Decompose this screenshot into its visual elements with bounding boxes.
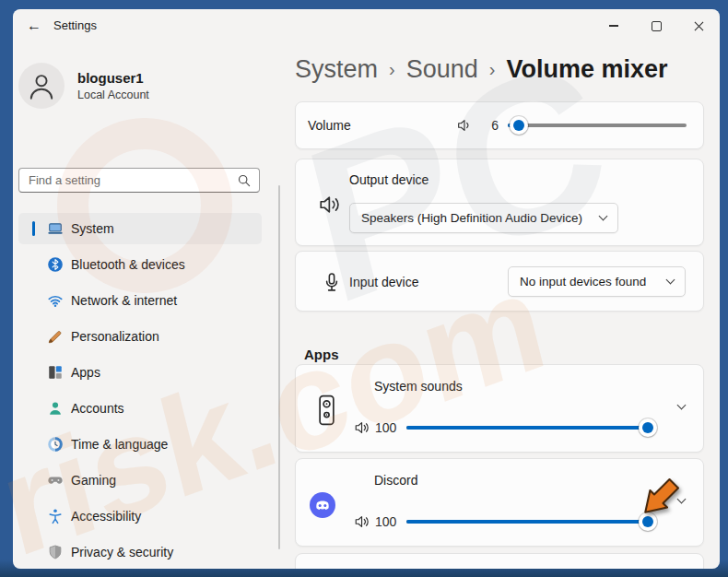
sidebar-item-gaming[interactable]: Gaming (18, 465, 262, 496)
user-account[interactable]: bloguser1 Local Account (18, 63, 149, 109)
slider-track[interactable] (508, 124, 687, 127)
sidebar-item-label: Network & internet (71, 293, 177, 308)
laptop-icon (47, 220, 64, 237)
sidebar-item-label: Accounts (71, 401, 124, 416)
gamepad-icon (47, 472, 64, 489)
apps-section-title: Apps (304, 347, 339, 362)
output-device-dropdown[interactable]: Speakers (High Definition Audio Device) (349, 203, 618, 233)
sidebar: bloguser1 Local Account System (13, 42, 289, 569)
discord-volume-slider[interactable] (406, 512, 648, 531)
breadcrumb-separator: › (489, 59, 496, 80)
sidebar-item-time-language[interactable]: Time & language (18, 429, 262, 460)
app-name: System sounds (374, 379, 463, 394)
system-sounds-volume-slider[interactable] (406, 418, 648, 437)
sidebar-item-privacy-security[interactable]: Privacy & security (18, 536, 262, 568)
speaker-waves-icon (354, 513, 370, 530)
sidebar-item-network-internet[interactable]: Network & internet (18, 285, 262, 316)
output-device-value: Speakers (High Definition Audio Device) (361, 211, 582, 225)
speaker-waves-icon (354, 419, 370, 436)
bluetooth-icon (47, 256, 64, 273)
close-icon (694, 21, 704, 31)
app-volume-value: 100 (375, 420, 399, 435)
user-meta: bloguser1 Local Account (77, 70, 149, 101)
volume-slider[interactable] (508, 116, 687, 135)
sidebar-item-label: Gaming (71, 473, 116, 488)
system-sounds-icon (315, 394, 338, 426)
microphone-icon (321, 271, 343, 293)
screen: { "colors": { "accent": "#0067c0", "fram… (0, 0, 728, 577)
person-outline-icon (28, 71, 55, 100)
app-volume-value: 100 (375, 514, 399, 529)
main-content: System › Sound › Volume mixer Volume 6 (295, 42, 720, 569)
search-box[interactable] (18, 168, 260, 193)
sidebar-item-personalization[interactable]: Personalization (18, 321, 262, 352)
breadcrumb: System › Sound › Volume mixer (295, 55, 668, 84)
breadcrumb-system[interactable]: System (295, 55, 378, 84)
selected-accent-bar (32, 221, 35, 236)
volume-value: 6 (482, 118, 499, 133)
window-title: Settings (53, 18, 97, 32)
close-button[interactable] (677, 9, 720, 42)
app-volume-row: 100 (354, 512, 648, 531)
input-device-value: No input devices found (520, 275, 646, 288)
input-device-label: Input device (349, 275, 419, 289)
sidebar-item-label: System (71, 221, 114, 236)
expand-chevron-icon[interactable] (677, 401, 687, 410)
sidebar-item-bluetooth-devices[interactable]: Bluetooth & devices (18, 249, 262, 280)
breadcrumb-sound[interactable]: Sound (406, 55, 478, 84)
chevron-down-icon (599, 212, 608, 221)
volume-card: Volume 6 (295, 101, 704, 149)
back-button[interactable]: ← (20, 13, 48, 39)
apps-grid-icon (47, 364, 64, 381)
sidebar-item-system[interactable]: System (18, 213, 262, 244)
input-device-card: Input device No input devices found (295, 251, 704, 312)
app-name: Discord (374, 473, 417, 488)
search-input[interactable] (19, 173, 238, 187)
sidebar-item-accounts[interactable]: Accounts (18, 393, 262, 424)
clock-icon (47, 436, 64, 453)
sidebar-item-apps[interactable]: Apps (18, 357, 262, 388)
input-device-dropdown[interactable]: No input devices found (508, 266, 686, 297)
slider-fill (406, 426, 648, 430)
slider-handle[interactable] (639, 418, 657, 437)
discord-icon (310, 492, 335, 518)
output-device-title: Output device (349, 172, 429, 187)
app-card-discord: Discord 100 (295, 458, 704, 547)
shield-icon (47, 544, 64, 560)
accessibility-icon (47, 508, 64, 524)
search-icon[interactable] (238, 174, 251, 187)
brush-icon (47, 328, 64, 345)
sidebar-item-label: Privacy & security (71, 545, 173, 559)
page-title: Volume mixer (506, 55, 667, 84)
titlebar: ← Settings (13, 9, 720, 42)
sidebar-item-accessibility[interactable]: Accessibility (18, 500, 262, 532)
slider-handle[interactable] (510, 116, 528, 135)
speaker-waves-icon (318, 193, 342, 217)
breadcrumb-separator: › (389, 59, 395, 80)
sidebar-item-label: Personalization (71, 329, 159, 344)
output-device-card: Output device Speakers (High Definition … (295, 159, 704, 246)
minimize-button[interactable] (593, 9, 635, 42)
user-account-type: Local Account (77, 88, 149, 101)
app-card-partial (295, 553, 704, 569)
sidebar-item-label: Bluetooth & devices (71, 257, 185, 272)
settings-window: ← Settings bloguser1 Local Account (13, 9, 720, 569)
maximize-button[interactable] (635, 9, 677, 42)
speaker-low-icon (456, 117, 473, 134)
volume-label: Volume (308, 118, 351, 133)
sidebar-item-label: Apps (71, 365, 100, 380)
annotation-arrow-icon (638, 463, 695, 520)
sidebar-item-label: Time & language (71, 437, 168, 452)
slider-fill (406, 520, 648, 524)
app-volume-row: 100 (354, 418, 648, 437)
user-name: bloguser1 (77, 70, 149, 86)
chevron-down-icon (666, 276, 675, 285)
sidebar-item-label: Accessibility (71, 509, 141, 524)
sidebar-scrollbar[interactable] (278, 185, 280, 549)
sidebar-nav: System Bluetooth & devices Network & int… (18, 213, 262, 569)
avatar (18, 63, 65, 109)
person-icon (47, 400, 64, 417)
app-card-system-sounds: System sounds 100 (295, 364, 704, 453)
wifi-icon (47, 292, 64, 309)
window-controls (593, 9, 720, 42)
